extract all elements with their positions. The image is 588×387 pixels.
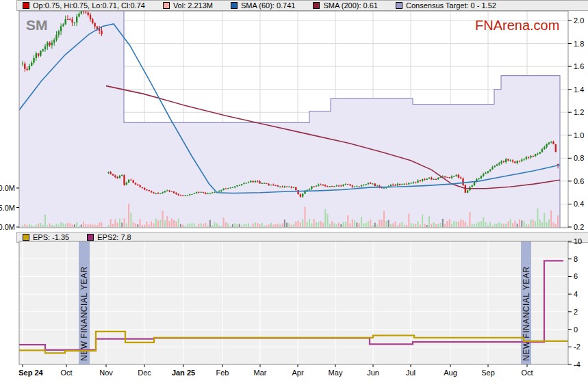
x-axis-month-label: Mar (254, 369, 267, 377)
svg-text:-4: -4 (574, 360, 580, 369)
svg-text:0: 0 (574, 325, 578, 334)
x-axis-month-label: Feb (216, 369, 229, 377)
x-axis-month-label: May (329, 369, 343, 377)
svg-text:8: 8 (574, 255, 578, 263)
x-axis-month-label: Sep (481, 369, 495, 377)
x-axis: Sep 24OctNovDecJan 25FebMarAprMayJunJulA… (18, 364, 533, 377)
svg-text:6: 6 (574, 272, 578, 280)
svg-text:2: 2 (574, 308, 578, 316)
x-axis-month-label: Aug (444, 369, 457, 377)
svg-text:2.0: 2.0 (574, 16, 584, 25)
svg-text:1.6: 1.6 (574, 62, 584, 70)
svg-text:10: 10 (574, 237, 582, 245)
x-axis-month-label: Jul (406, 369, 416, 377)
eps-plot-background (19, 241, 568, 364)
svg-text:0.0M: 0.0M (0, 223, 15, 231)
svg-text:4: 4 (574, 290, 578, 298)
x-axis-month-label: Nov (99, 369, 113, 377)
charts-svg: SM2.01.81.61.41.21.00.80.60.40.210.0M5.0… (0, 0, 588, 387)
x-axis-month-label: Jan 25 (172, 369, 195, 377)
svg-text:1.4: 1.4 (574, 85, 584, 94)
fnarena-logo[interactable]: FNArena.com (475, 18, 559, 34)
price-axis-right: 2.01.81.61.41.21.00.80.60.40.2 (568, 16, 584, 231)
volume-axis-left: 10.0M5.0M0.0M (0, 184, 19, 231)
eps-axis-right: 1086420-2-4 (568, 237, 582, 369)
svg-text:1.0: 1.0 (574, 131, 584, 139)
x-axis-month-label: Oct (60, 369, 72, 377)
svg-text:1.8: 1.8 (574, 40, 584, 48)
x-axis-month-label: Dec (138, 369, 151, 377)
svg-text:0.2: 0.2 (574, 223, 584, 231)
new-financial-year-label: NEW FINANCIAL YEAR (79, 267, 89, 361)
svg-text:-2: -2 (574, 343, 580, 351)
x-axis-month-label: Apr (292, 369, 303, 377)
svg-text:5.0M: 5.0M (0, 204, 15, 212)
svg-text:0.6: 0.6 (574, 177, 584, 185)
x-axis-month-label: Oct (521, 369, 533, 377)
new-financial-year-label: NEW FINANCIAL YEAR (522, 267, 531, 361)
x-axis-month-label: Sep 24 (18, 369, 43, 377)
x-axis-month-label: Jun (367, 369, 379, 377)
ticker-watermark: SM (26, 17, 48, 33)
svg-text:SM: SM (26, 17, 48, 33)
svg-text:0.4: 0.4 (574, 200, 584, 208)
svg-text:1.2: 1.2 (574, 108, 584, 116)
fnarena-stock-chart-page: SM2.01.81.61.41.21.00.80.60.40.210.0M5.0… (0, 0, 588, 387)
svg-text:10.0M: 10.0M (0, 184, 15, 192)
svg-text:0.8: 0.8 (574, 154, 584, 162)
